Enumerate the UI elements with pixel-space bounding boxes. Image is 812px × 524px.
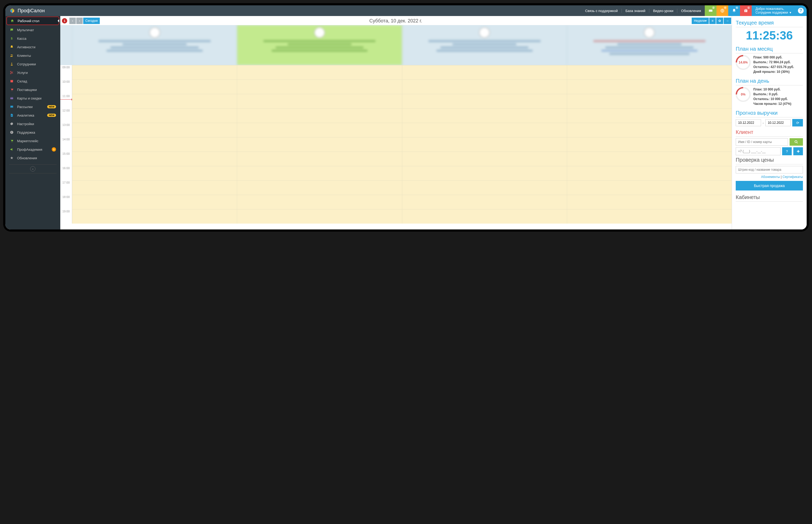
view-week-button[interactable]: Неделя ▾ — [692, 18, 709, 24]
link-support[interactable]: Связь с поддержкой — [581, 9, 622, 13]
calendar-grid[interactable]: 2 09:0010:0011:0012:0013:0014:0015:0016:… — [60, 65, 732, 224]
hour-row[interactable]: 12:00 — [60, 108, 732, 123]
gift-icon[interactable]: 1 — [740, 5, 752, 16]
time-slot[interactable] — [402, 80, 567, 94]
user-menu[interactable]: Добро пожаловать, Сотрудник поддержки ▾ — [752, 5, 795, 16]
hour-row[interactable]: 11:00 — [60, 94, 732, 108]
forward-button[interactable]: → — [724, 18, 731, 24]
subscriptions-link[interactable]: Абонементы — [761, 175, 780, 179]
time-slot[interactable] — [72, 195, 237, 209]
settings-button[interactable]: ✿ — [716, 18, 723, 24]
time-slot[interactable] — [567, 166, 732, 180]
time-slot[interactable] — [72, 166, 237, 180]
sidebar-item-updates[interactable]: Обновления — [5, 154, 60, 162]
time-slot[interactable] — [72, 80, 237, 94]
client-search-input[interactable] — [736, 138, 788, 146]
quick-sale-button[interactable]: Быстрая продажа — [736, 181, 803, 191]
time-slot[interactable] — [72, 209, 237, 224]
prev-button[interactable]: ‹ — [69, 18, 76, 24]
menu-button[interactable]: ≡ — [709, 18, 716, 24]
sidebar-item-dashboard[interactable]: Рабочий стол — [6, 17, 59, 25]
next-button[interactable]: › — [76, 18, 83, 24]
staff-col-4[interactable] — [567, 25, 732, 65]
time-slot[interactable] — [237, 80, 402, 94]
forecast-from-input[interactable] — [736, 119, 761, 126]
time-slot[interactable] — [237, 137, 402, 151]
logo-area[interactable]: ПрофСалон — [5, 8, 60, 14]
sidebar-item-activities[interactable]: Активности — [5, 43, 60, 51]
time-slot[interactable] — [402, 123, 567, 137]
hour-row[interactable]: 17:00 — [60, 180, 732, 195]
time-slot[interactable] — [237, 94, 402, 108]
hour-row[interactable]: 14:00 — [60, 137, 732, 151]
time-slot[interactable] — [402, 137, 567, 151]
hour-row[interactable]: 19:00 — [60, 209, 732, 224]
today-button[interactable]: Сегодня — [83, 18, 100, 24]
time-slot[interactable] — [567, 180, 732, 195]
time-slot[interactable] — [567, 94, 732, 108]
time-slot[interactable] — [567, 65, 732, 80]
client-search-button[interactable] — [790, 138, 803, 146]
hour-row[interactable]: 13:00 — [60, 123, 732, 137]
sidebar-item-cards[interactable]: Карты и скидки — [5, 94, 60, 102]
time-slot[interactable] — [237, 151, 402, 166]
time-slot[interactable] — [402, 195, 567, 209]
hour-row[interactable]: 10:00 — [60, 80, 732, 94]
sidebar-item-clients[interactable]: Клиенты — [5, 51, 60, 60]
sidebar-item-suppliers[interactable]: Поставщики — [5, 85, 60, 94]
time-slot[interactable] — [567, 80, 732, 94]
staff-col-1[interactable] — [72, 25, 237, 65]
sidebar-item-analytics[interactable]: АналитикаNEW — [5, 111, 60, 119]
time-slot[interactable] — [567, 137, 732, 151]
time-slot[interactable] — [72, 123, 237, 137]
time-slot[interactable] — [567, 151, 732, 166]
sidebar-collapse[interactable]: « — [9, 164, 56, 174]
client-add-button[interactable]: ✚ — [793, 147, 803, 155]
time-slot[interactable] — [237, 195, 402, 209]
time-slot[interactable] — [237, 166, 402, 180]
time-slot[interactable] — [402, 209, 567, 224]
time-slot[interactable] — [237, 180, 402, 195]
time-slot[interactable] — [72, 137, 237, 151]
sidebar-item-mailings[interactable]: РассылкиNEW — [5, 102, 60, 111]
sidebar-item-warehouse[interactable]: Склад — [5, 77, 60, 85]
globe-icon[interactable]: 0 — [716, 5, 728, 16]
time-slot[interactable] — [72, 108, 237, 123]
price-check-input[interactable] — [736, 166, 803, 174]
help-button[interactable]: ? — [795, 5, 807, 16]
link-kb[interactable]: База знаний — [622, 9, 649, 13]
time-slot[interactable] — [402, 166, 567, 180]
bell-icon[interactable]: 6 — [728, 5, 740, 16]
hour-row[interactable]: 18:00 — [60, 195, 732, 209]
time-slot[interactable] — [567, 123, 732, 137]
time-slot[interactable] — [72, 94, 237, 108]
time-slot[interactable] — [567, 195, 732, 209]
link-updates[interactable]: Обновления — [677, 9, 705, 13]
time-slot[interactable] — [402, 108, 567, 123]
certificates-link[interactable]: Сертификаты — [782, 175, 803, 179]
hour-row[interactable]: 16:00 — [60, 166, 732, 180]
sidebar-item-academy[interactable]: ПрофАкадемия1 — [5, 145, 60, 154]
time-slot[interactable] — [72, 151, 237, 166]
client-help-button[interactable]: ? — [782, 147, 792, 155]
time-slot[interactable] — [237, 108, 402, 123]
hour-row[interactable]: 15:00 — [60, 151, 732, 166]
time-slot[interactable] — [72, 65, 237, 80]
forecast-refresh-button[interactable]: ⟳ — [792, 119, 803, 127]
staff-col-3[interactable] — [402, 25, 567, 65]
sidebar-item-settings[interactable]: Настройки — [5, 119, 60, 128]
sidebar-item-services[interactable]: Услуги — [5, 68, 60, 77]
client-phone-input[interactable] — [736, 147, 780, 155]
time-slot[interactable] — [237, 65, 402, 80]
hour-row[interactable]: 09:00 — [60, 65, 732, 80]
time-slot[interactable] — [402, 180, 567, 195]
forecast-to-input[interactable] — [765, 119, 791, 126]
time-slot[interactable] — [72, 180, 237, 195]
time-slot[interactable] — [567, 108, 732, 123]
time-slot[interactable] — [237, 209, 402, 224]
sidebar-item-multichat[interactable]: Мультичат — [5, 26, 60, 34]
sidebar-item-marketplace[interactable]: Маркетплейс — [5, 136, 60, 145]
time-slot[interactable] — [402, 151, 567, 166]
time-slot[interactable] — [237, 123, 402, 137]
time-slot[interactable] — [402, 94, 567, 108]
